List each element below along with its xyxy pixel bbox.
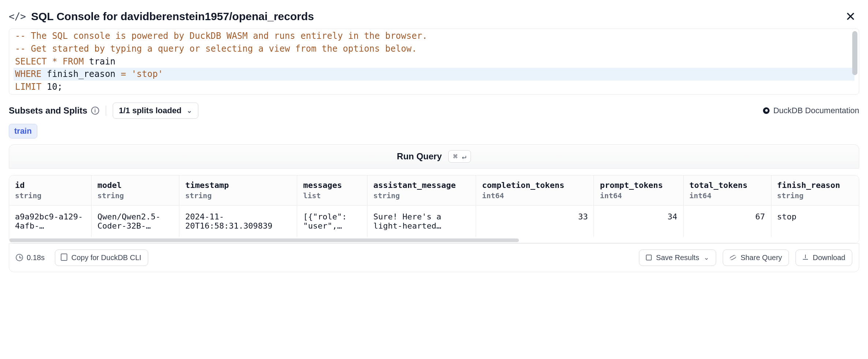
column-name: total_tokens bbox=[689, 181, 765, 190]
run-shortcut-hint: ⌘ ↵ bbox=[448, 150, 471, 163]
column-header-assistant_message[interactable]: assistant_messagestring bbox=[367, 175, 476, 206]
cell-finish_reason: stop bbox=[771, 205, 859, 237]
cell-total_tokens: 67 bbox=[683, 205, 771, 237]
editor-line: -- Get started by typing a query or sele… bbox=[14, 42, 854, 55]
download-label: Download bbox=[813, 253, 845, 262]
copy-duckdb-cli-button[interactable]: Copy for DuckDB CLI bbox=[55, 249, 148, 266]
info-icon[interactable]: i bbox=[91, 107, 99, 115]
subsets-splits-label: Subsets and Splits i bbox=[9, 106, 99, 116]
column-name: model bbox=[97, 181, 173, 190]
column-type: string bbox=[185, 191, 291, 200]
divider bbox=[106, 106, 106, 116]
table-horizontal-scrollbar[interactable] bbox=[9, 238, 859, 243]
column-name: prompt_tokens bbox=[600, 181, 677, 190]
column-name: completion_tokens bbox=[482, 181, 588, 190]
sql-editor[interactable]: -- The SQL console is powered by DuckDB … bbox=[9, 29, 859, 95]
link-icon bbox=[729, 255, 737, 261]
cell-completion_tokens: 33 bbox=[476, 205, 594, 237]
page-title: SQL Console for davidberenstein1957/open… bbox=[31, 10, 314, 23]
column-type: string bbox=[15, 191, 85, 200]
cell-timestamp: 2024-11-20T16:58:31.309839 bbox=[179, 205, 297, 237]
column-header-completion_tokens[interactable]: completion_tokensint64 bbox=[476, 175, 594, 206]
clock-icon bbox=[16, 254, 23, 261]
cell-prompt_tokens: 34 bbox=[594, 205, 683, 237]
column-header-total_tokens[interactable]: total_tokensint64 bbox=[683, 175, 771, 206]
column-header-timestamp[interactable]: timestampstring bbox=[179, 175, 297, 206]
editor-line: LIMIT 10; bbox=[14, 81, 854, 93]
share-query-label: Share Query bbox=[741, 253, 782, 262]
run-query-label: Run Query bbox=[397, 151, 442, 162]
eye-icon bbox=[763, 107, 770, 114]
column-type: string bbox=[97, 191, 173, 200]
controls-left: Subsets and Splits i 1/1 splits loaded ⌄ bbox=[9, 103, 198, 119]
column-header-messages[interactable]: messageslist bbox=[297, 175, 367, 206]
column-name: id bbox=[15, 181, 85, 190]
column-type: int64 bbox=[689, 191, 765, 200]
duckdb-documentation-link[interactable]: DuckDB Documentation bbox=[763, 106, 859, 115]
save-results-label: Save Results bbox=[656, 253, 699, 262]
splits-loaded-dropdown[interactable]: 1/1 splits loaded ⌄ bbox=[113, 103, 198, 119]
query-timing: 0.18s bbox=[16, 253, 45, 262]
editor-line: WHERE finish_reason = 'stop' bbox=[14, 68, 854, 81]
chevron-down-icon: ⌄ bbox=[704, 253, 709, 262]
save-results-button[interactable]: Save Results ⌄ bbox=[639, 249, 716, 266]
copy-icon bbox=[62, 255, 67, 260]
column-header-prompt_tokens[interactable]: prompt_tokensint64 bbox=[594, 175, 683, 206]
editor-vertical-scrollbar[interactable] bbox=[852, 31, 857, 75]
column-name: messages bbox=[303, 181, 361, 190]
run-query-button[interactable]: Run Query ⌘ ↵ bbox=[9, 144, 859, 169]
table-row[interactable]: a9a92bc9-a129-4afb-…Qwen/Qwen2.5-Coder-3… bbox=[9, 205, 859, 237]
split-chip-row: train bbox=[9, 124, 859, 138]
share-query-button[interactable]: Share Query bbox=[723, 249, 789, 266]
cell-assistant_message: Sure! Here's a light-hearted… bbox=[367, 205, 476, 237]
column-type: string bbox=[373, 191, 470, 200]
header-bar: </> SQL Console for davidberenstein1957/… bbox=[0, 0, 868, 29]
results-table: idstringmodelstringtimestampstringmessag… bbox=[9, 175, 859, 237]
cell-model: Qwen/Qwen2.5-Coder-32B-… bbox=[91, 205, 179, 237]
chevron-down-icon: ⌄ bbox=[187, 107, 192, 115]
column-name: timestamp bbox=[185, 181, 291, 190]
download-button[interactable]: Download bbox=[796, 249, 852, 266]
header-left: </> SQL Console for davidberenstein1957/… bbox=[9, 10, 314, 23]
column-name: assistant_message bbox=[373, 181, 470, 190]
split-chip-train[interactable]: train bbox=[9, 124, 37, 138]
code-icon: </> bbox=[9, 11, 26, 22]
column-name: finish_reason bbox=[777, 181, 853, 190]
copy-cli-label: Copy for DuckDB CLI bbox=[71, 253, 141, 262]
column-type: int64 bbox=[482, 191, 588, 200]
sql-console-panel: </> SQL Console for davidberenstein1957/… bbox=[0, 0, 868, 280]
column-header-finish_reason[interactable]: finish_reasonstring bbox=[771, 175, 859, 206]
results-table-wrap: idstringmodelstringtimestampstringmessag… bbox=[9, 175, 859, 243]
results-footer: 0.18s Copy for DuckDB CLI Save Results ⌄… bbox=[9, 243, 859, 272]
doc-link-text: DuckDB Documentation bbox=[773, 106, 859, 115]
column-type: string bbox=[777, 191, 853, 200]
footer-left: 0.18s Copy for DuckDB CLI bbox=[16, 249, 148, 266]
editor-line: SELECT * FROM train bbox=[14, 55, 854, 68]
cell-messages: [{"role": "user",… bbox=[297, 205, 367, 237]
scrollbar-thumb[interactable] bbox=[9, 238, 519, 242]
cell-id: a9a92bc9-a129-4afb-… bbox=[9, 205, 91, 237]
column-type: int64 bbox=[600, 191, 677, 200]
column-header-model[interactable]: modelstring bbox=[91, 175, 179, 206]
subsets-splits-text: Subsets and Splits bbox=[9, 106, 87, 116]
close-button[interactable]: ✕ bbox=[842, 9, 859, 24]
controls-row: Subsets and Splits i 1/1 splits loaded ⌄… bbox=[9, 103, 859, 119]
footer-right: Save Results ⌄ Share Query Download bbox=[639, 249, 852, 266]
splits-loaded-text: 1/1 splits loaded bbox=[119, 106, 182, 115]
download-icon bbox=[802, 255, 808, 260]
column-header-id[interactable]: idstring bbox=[9, 175, 91, 206]
editor-line: -- The SQL console is powered by DuckDB … bbox=[14, 30, 854, 42]
save-icon bbox=[646, 255, 652, 260]
column-type: list bbox=[303, 191, 361, 200]
timing-text: 0.18s bbox=[27, 253, 45, 262]
